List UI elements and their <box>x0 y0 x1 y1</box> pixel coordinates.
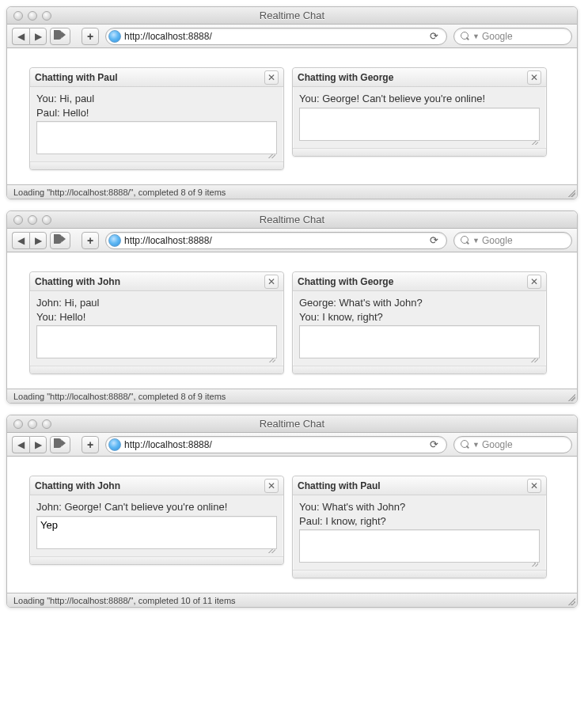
chat-close-button[interactable]: ✕ <box>264 479 279 493</box>
traffic-minimize-button[interactable] <box>28 11 37 21</box>
traffic-lights <box>13 11 51 21</box>
chat-input[interactable] <box>36 325 277 358</box>
chat-header[interactable]: Chatting with Paul✕ <box>30 68 283 87</box>
globe-icon <box>108 234 121 247</box>
reload-icon: ⟳ <box>430 438 438 450</box>
forward-button[interactable]: ▶ <box>29 28 47 45</box>
chat-log: You: George! Can't believe you're online… <box>299 92 540 106</box>
address-bar[interactable]: http://localhost:8888/⟳ <box>105 28 447 45</box>
chat-input[interactable] <box>299 529 540 563</box>
reload-button[interactable]: ⟳ <box>427 30 442 42</box>
chat-footer <box>30 161 283 169</box>
address-bar[interactable]: http://localhost:8888/⟳ <box>105 436 447 453</box>
nav-back-forward-group: ◀▶ <box>12 232 47 249</box>
traffic-close-button[interactable] <box>13 11 23 21</box>
chat-close-button[interactable]: ✕ <box>527 275 541 289</box>
forward-button[interactable]: ▶ <box>29 436 47 453</box>
evernote-icon <box>54 30 66 43</box>
chat-pane: Chatting with George✕You: George! Can't … <box>292 67 547 157</box>
status-bar: Loading "http://localhost:8888/", comple… <box>7 593 577 607</box>
chat-pane: Chatting with Paul✕You: What's with John… <box>292 476 547 578</box>
status-text: Loading "http://localhost:8888/", comple… <box>13 188 226 197</box>
add-bookmark-button[interactable]: + <box>82 232 99 249</box>
chat-body: John: George! Can't believe you're onlin… <box>30 495 283 556</box>
globe-icon <box>108 438 121 451</box>
search-icon <box>461 440 469 449</box>
nav-back-forward-group: ◀▶ <box>12 28 47 45</box>
evernote-clip-button[interactable] <box>50 232 70 249</box>
window-resize-grip[interactable] <box>566 392 575 401</box>
traffic-zoom-button[interactable] <box>42 215 51 225</box>
traffic-zoom-button[interactable] <box>42 419 51 429</box>
chat-message: John: Hi, paul <box>36 296 277 310</box>
window-resize-grip[interactable] <box>566 188 575 197</box>
chat-footer <box>293 148 546 156</box>
chat-header[interactable]: Chatting with John✕ <box>30 476 283 495</box>
chat-message: You: Hello! <box>36 310 277 324</box>
reload-button[interactable]: ⟳ <box>427 438 442 450</box>
close-icon: ✕ <box>267 277 275 286</box>
chevron-right-icon: ▶ <box>35 235 42 246</box>
chat-input[interactable] <box>36 121 277 154</box>
window-titlebar[interactable]: Realtime Chat <box>7 7 577 25</box>
chevron-left-icon: ◀ <box>17 31 25 42</box>
close-icon: ✕ <box>267 481 275 491</box>
back-button[interactable]: ◀ <box>12 232 29 249</box>
address-text: http://localhost:8888/ <box>124 31 427 42</box>
chat-log: George: What's with John?You: I know, ri… <box>299 296 540 324</box>
chat-header[interactable]: Chatting with George✕ <box>293 68 546 87</box>
chat-close-button[interactable]: ✕ <box>264 275 279 289</box>
chevron-left-icon: ◀ <box>17 439 25 450</box>
chat-message: Paul: Hello! <box>36 106 277 120</box>
close-icon: ✕ <box>267 73 275 82</box>
browser-window: Realtime Chat◀▶+http://localhost:8888/⟳▼… <box>6 6 578 199</box>
address-bar[interactable]: http://localhost:8888/⟳ <box>105 232 447 249</box>
chat-title: Chatting with Paul <box>298 480 527 491</box>
traffic-close-button[interactable] <box>13 215 23 225</box>
back-button[interactable]: ◀ <box>12 28 29 45</box>
chat-close-button[interactable]: ✕ <box>527 479 541 493</box>
chat-input[interactable] <box>36 516 277 549</box>
chat-log: John: George! Can't believe you're onlin… <box>36 500 277 514</box>
page-content: Chatting with Paul✕You: Hi, paulPaul: He… <box>7 48 577 184</box>
evernote-clip-button[interactable] <box>50 436 70 453</box>
chat-pane: Chatting with George✕George: What's with… <box>292 271 547 374</box>
window-title: Realtime Chat <box>7 418 577 430</box>
chat-title: Chatting with Paul <box>35 72 264 83</box>
forward-button[interactable]: ▶ <box>29 232 47 249</box>
browser-window: Realtime Chat◀▶+http://localhost:8888/⟳▼… <box>6 210 578 404</box>
status-text: Loading "http://localhost:8888/", comple… <box>13 596 236 605</box>
traffic-minimize-button[interactable] <box>28 419 37 429</box>
add-bookmark-button[interactable]: + <box>82 28 99 45</box>
search-field[interactable]: ▼Google <box>453 28 572 45</box>
traffic-close-button[interactable] <box>13 419 23 429</box>
chat-message: You: I know, right? <box>299 310 540 324</box>
chat-close-button[interactable]: ✕ <box>264 70 279 85</box>
evernote-clip-button[interactable] <box>50 28 70 45</box>
chevron-down-icon: ▼ <box>472 237 480 245</box>
reload-button[interactable]: ⟳ <box>427 234 442 246</box>
traffic-minimize-button[interactable] <box>28 215 37 225</box>
chat-input[interactable] <box>299 325 540 358</box>
chat-header[interactable]: Chatting with Paul✕ <box>293 476 546 495</box>
window-resize-grip[interactable] <box>566 596 575 605</box>
window-titlebar[interactable]: Realtime Chat <box>7 415 577 433</box>
chat-header[interactable]: Chatting with John✕ <box>30 272 283 291</box>
traffic-zoom-button[interactable] <box>42 11 51 21</box>
nav-back-forward-group: ◀▶ <box>12 436 47 453</box>
chat-body: John: Hi, paulYou: Hello! <box>30 291 283 366</box>
search-field[interactable]: ▼Google <box>453 232 572 249</box>
chat-message: You: George! Can't believe you're online… <box>299 92 540 106</box>
chat-input[interactable] <box>299 108 540 141</box>
back-button[interactable]: ◀ <box>12 436 29 453</box>
chat-pane: Chatting with John✕John: Hi, paulYou: He… <box>29 271 284 374</box>
chat-header[interactable]: Chatting with George✕ <box>293 272 546 291</box>
search-field[interactable]: ▼Google <box>453 436 572 453</box>
reload-icon: ⟳ <box>430 234 438 246</box>
traffic-lights <box>13 419 51 429</box>
add-bookmark-button[interactable]: + <box>82 436 99 453</box>
search-placeholder: Google <box>482 235 513 246</box>
plus-icon: + <box>87 31 93 42</box>
chat-close-button[interactable]: ✕ <box>527 70 541 85</box>
window-titlebar[interactable]: Realtime Chat <box>7 211 577 229</box>
